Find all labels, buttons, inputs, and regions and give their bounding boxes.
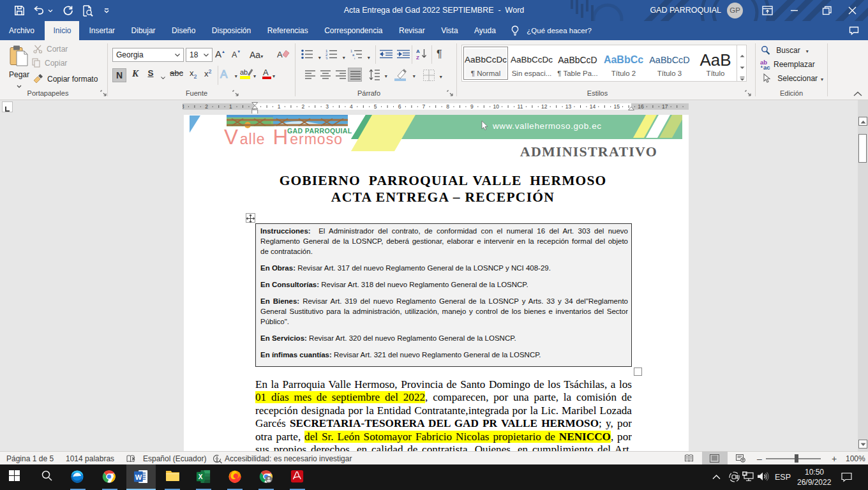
svg-text:13: 13 xyxy=(565,103,572,110)
svg-text:A: A xyxy=(416,48,420,54)
svg-text:10: 10 xyxy=(493,103,499,110)
svg-text:14: 14 xyxy=(590,103,596,110)
svg-text:W: W xyxy=(135,473,142,481)
svg-text:3: 3 xyxy=(326,57,328,60)
svg-text:16: 16 xyxy=(638,103,644,110)
svg-text:2: 2 xyxy=(301,103,304,110)
svg-text:ac: ac xyxy=(763,64,770,70)
svg-text:X: X xyxy=(198,473,203,480)
svg-text:5: 5 xyxy=(374,103,377,110)
svg-text:15: 15 xyxy=(613,103,620,110)
svg-text:A: A xyxy=(277,50,283,59)
svg-text:1: 1 xyxy=(278,103,281,110)
svg-text:A: A xyxy=(220,68,228,80)
svg-text:2: 2 xyxy=(205,103,208,110)
svg-text:8: 8 xyxy=(446,103,449,110)
svg-text:11: 11 xyxy=(518,103,523,110)
svg-text:17: 17 xyxy=(662,103,668,110)
svg-text:3: 3 xyxy=(183,103,184,110)
svg-text:3: 3 xyxy=(326,103,329,110)
svg-text:12: 12 xyxy=(541,103,548,110)
svg-text:Z: Z xyxy=(416,55,419,60)
svg-text:A: A xyxy=(263,68,269,77)
svg-text:ab: ab xyxy=(240,68,248,76)
svg-text:i: i xyxy=(354,57,355,60)
svg-text:6: 6 xyxy=(398,103,401,110)
svg-text:7: 7 xyxy=(422,103,425,110)
svg-text:9: 9 xyxy=(470,103,474,110)
svg-text:1: 1 xyxy=(229,103,232,110)
svg-text:4: 4 xyxy=(350,103,353,110)
